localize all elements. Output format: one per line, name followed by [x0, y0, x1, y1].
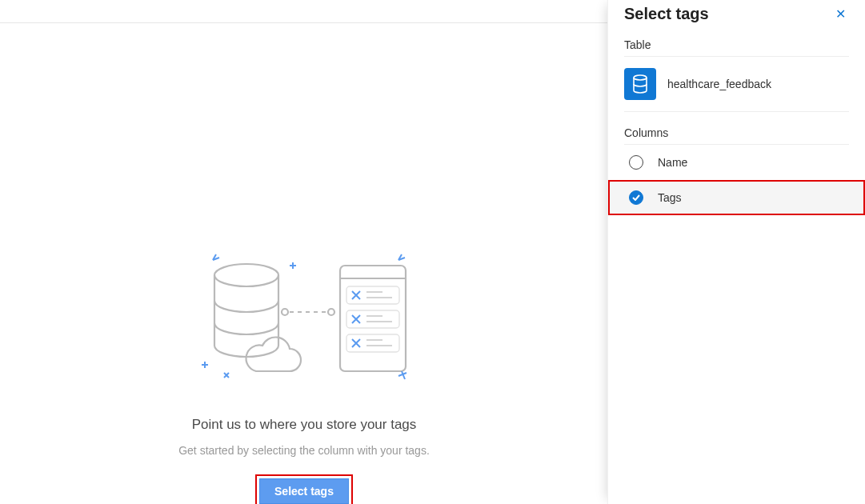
column-label: Name [658, 156, 687, 169]
selected-table-row[interactable]: healthcare_feedback [624, 57, 849, 112]
svg-point-3 [328, 309, 334, 315]
main-subheading: Get started by selecting the column with… [178, 444, 430, 457]
columns-list: Name Tags [608, 145, 865, 215]
close-icon[interactable]: ✕ [832, 3, 849, 25]
column-row-name[interactable]: Name [608, 145, 865, 180]
columns-section-label: Columns [624, 126, 849, 139]
svg-rect-8 [346, 334, 399, 352]
svg-point-1 [282, 309, 288, 315]
select-tags-highlight: Select tags [255, 474, 353, 504]
topbar [0, 0, 608, 23]
table-name: healthcare_feedback [667, 78, 771, 90]
svg-point-15 [634, 75, 647, 80]
illustration [160, 251, 448, 387]
svg-point-0 [214, 264, 278, 286]
svg-rect-7 [346, 310, 399, 328]
database-icon [624, 68, 656, 100]
radio-checked-icon [629, 190, 643, 205]
table-section-label: Table [624, 38, 849, 51]
radio-unchecked-icon [629, 155, 643, 170]
column-label: Tags [658, 191, 682, 204]
select-tags-panel: Select tags ✕ Table healthcare_feedback … [607, 0, 865, 504]
panel-title: Select tags [624, 5, 709, 23]
column-row-tags[interactable]: Tags [608, 180, 865, 215]
select-tags-button[interactable]: Select tags [259, 478, 349, 504]
svg-rect-4 [340, 266, 406, 371]
svg-rect-6 [346, 286, 399, 304]
db-to-list-illustration [200, 251, 408, 387]
main-heading: Point us to where you store your tags [192, 417, 417, 433]
main-content: Point us to where you store your tags Ge… [0, 23, 608, 504]
